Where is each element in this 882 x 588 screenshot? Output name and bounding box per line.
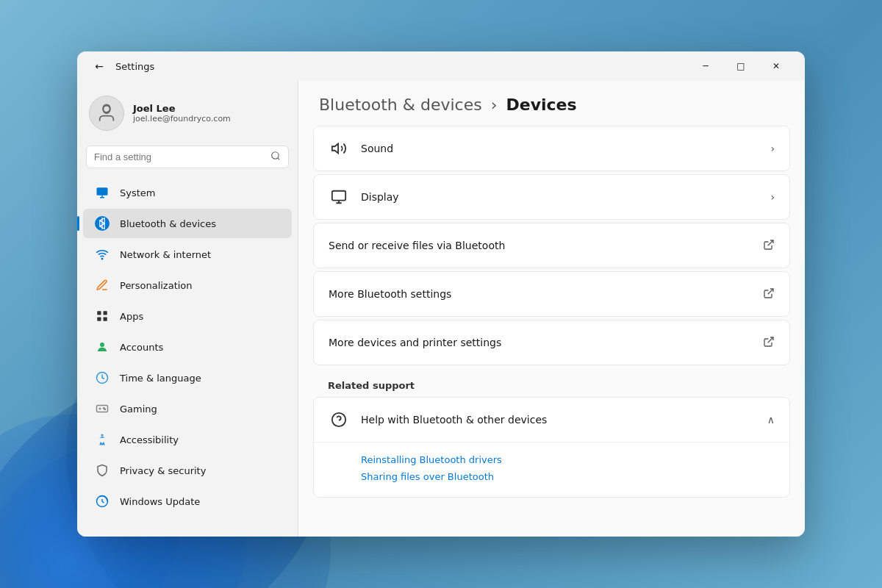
breadcrumb-separator: › bbox=[491, 96, 498, 114]
svg-point-8 bbox=[101, 258, 103, 259]
bluetooth-settings-card: More Bluetooth settings bbox=[313, 271, 790, 317]
svg-rect-12 bbox=[104, 318, 107, 321]
search-box[interactable] bbox=[86, 146, 289, 168]
svg-rect-21 bbox=[332, 191, 345, 201]
svg-rect-10 bbox=[104, 311, 107, 315]
related-support-label: Related support bbox=[313, 368, 790, 397]
sharing-link[interactable]: Sharing files over Bluetooth bbox=[361, 468, 775, 485]
close-button[interactable]: ✕ bbox=[759, 54, 793, 78]
accounts-icon bbox=[95, 340, 110, 354]
sidebar-item-label-network: Network & internet bbox=[120, 249, 211, 260]
sidebar-item-gaming[interactable]: Gaming bbox=[83, 394, 292, 423]
svg-rect-9 bbox=[97, 311, 101, 315]
support-title: Help with Bluetooth & other devices bbox=[361, 414, 767, 426]
titlebar: ← Settings ─ □ ✕ bbox=[77, 51, 805, 81]
sound-row[interactable]: Sound › bbox=[314, 126, 789, 171]
display-icon bbox=[329, 187, 349, 207]
help-icon bbox=[329, 409, 349, 430]
support-header[interactable]: Help with Bluetooth & other devices ∧ bbox=[314, 398, 789, 442]
personalization-icon bbox=[95, 278, 110, 293]
sidebar-item-label-privacy: Privacy & security bbox=[120, 465, 206, 476]
sound-icon bbox=[329, 138, 349, 159]
main-panel: Bluetooth & devices › Devices Sound › bbox=[298, 81, 805, 537]
devices-settings-row[interactable]: More devices and printer settings bbox=[314, 320, 789, 365]
page-header: Bluetooth & devices › Devices bbox=[298, 81, 805, 126]
bluetooth-files-external-icon bbox=[763, 239, 775, 253]
svg-rect-15 bbox=[97, 406, 108, 412]
maximize-button[interactable]: □ bbox=[724, 54, 758, 78]
reinstall-link[interactable]: Reinstalling Bluetooth drivers bbox=[361, 451, 775, 468]
system-icon bbox=[95, 185, 110, 200]
network-icon bbox=[95, 247, 110, 262]
breadcrumb-parent[interactable]: Bluetooth & devices bbox=[319, 96, 482, 114]
sidebar-item-network[interactable]: Network & internet bbox=[83, 240, 292, 269]
apps-icon bbox=[95, 309, 110, 323]
user-name: Joel Lee bbox=[133, 103, 231, 114]
window-controls: ─ □ ✕ bbox=[689, 54, 793, 78]
bluetooth-settings-label: More Bluetooth settings bbox=[329, 288, 763, 300]
svg-rect-7 bbox=[97, 187, 108, 196]
sound-label: Sound bbox=[361, 143, 770, 154]
svg-rect-11 bbox=[97, 318, 101, 321]
bluetooth-settings-row[interactable]: More Bluetooth settings bbox=[314, 272, 789, 316]
display-label: Display bbox=[361, 191, 770, 203]
sidebar-item-label-personalization: Personalization bbox=[120, 280, 193, 291]
time-icon bbox=[95, 370, 110, 385]
sidebar-item-label-update: Windows Update bbox=[120, 496, 200, 507]
bluetooth-files-card: Send or receive files via Bluetooth bbox=[313, 223, 790, 268]
svg-line-24 bbox=[768, 240, 773, 245]
sidebar-item-label-gaming: Gaming bbox=[120, 404, 157, 415]
sidebar-item-label-system: System bbox=[120, 187, 155, 198]
sound-card: Sound › bbox=[313, 126, 790, 171]
sidebar-item-apps[interactable]: Apps bbox=[83, 301, 292, 331]
sound-arrow: › bbox=[770, 143, 775, 154]
page-title: Devices bbox=[506, 96, 576, 114]
bluetooth-files-row[interactable]: Send or receive files via Bluetooth bbox=[314, 223, 789, 268]
sidebar-item-label-accounts: Accounts bbox=[120, 342, 163, 353]
svg-line-26 bbox=[768, 337, 773, 343]
display-arrow: › bbox=[770, 191, 775, 203]
sidebar-item-label-time: Time & language bbox=[120, 373, 201, 384]
sidebar-item-accessibility[interactable]: Accessibility bbox=[83, 425, 292, 454]
user-email: joel.lee@foundryco.com bbox=[133, 114, 231, 123]
devices-settings-external-icon bbox=[763, 336, 775, 350]
sidebar-item-label-bluetooth: Bluetooth & devices bbox=[120, 218, 216, 229]
bluetooth-files-label: Send or receive files via Bluetooth bbox=[329, 240, 763, 251]
svg-point-18 bbox=[101, 434, 104, 437]
sidebar-item-time[interactable]: Time & language bbox=[83, 363, 292, 392]
search-icon bbox=[270, 151, 281, 163]
user-section: Joel Lee joel.lee@foundryco.com bbox=[77, 87, 298, 146]
search-input[interactable] bbox=[94, 151, 265, 162]
sidebar-item-privacy[interactable]: Privacy & security bbox=[83, 456, 292, 485]
settings-window: ← Settings ─ □ ✕ Joel Lee joe bbox=[77, 51, 805, 537]
svg-line-25 bbox=[768, 289, 773, 294]
svg-marker-20 bbox=[332, 144, 338, 154]
support-chevron-icon: ∧ bbox=[767, 414, 775, 426]
sidebar-item-label-accessibility: Accessibility bbox=[120, 434, 179, 445]
bluetooth-icon bbox=[95, 216, 110, 231]
main-content: Joel Lee joel.lee@foundryco.com System bbox=[77, 81, 805, 537]
svg-point-6 bbox=[272, 152, 279, 159]
window-title: Settings bbox=[115, 61, 689, 72]
display-row[interactable]: Display › bbox=[314, 175, 789, 219]
sidebar-item-system[interactable]: System bbox=[83, 178, 292, 207]
support-links: Reinstalling Bluetooth drivers Sharing f… bbox=[314, 442, 789, 497]
devices-settings-label: More devices and printer settings bbox=[329, 337, 763, 348]
sidebar: Joel Lee joel.lee@foundryco.com System bbox=[77, 81, 298, 537]
svg-point-13 bbox=[100, 343, 104, 347]
svg-point-17 bbox=[104, 409, 106, 410]
sidebar-item-update[interactable]: Windows Update bbox=[83, 487, 292, 516]
gaming-icon bbox=[95, 401, 110, 416]
avatar bbox=[89, 96, 124, 131]
sidebar-item-accounts[interactable]: Accounts bbox=[83, 332, 292, 362]
sidebar-item-personalization[interactable]: Personalization bbox=[83, 270, 292, 300]
update-icon bbox=[95, 494, 110, 509]
panel-content: Sound › Display › bbox=[298, 126, 805, 512]
sidebar-item-bluetooth[interactable]: Bluetooth & devices bbox=[83, 209, 292, 238]
back-button[interactable]: ← bbox=[89, 56, 110, 76]
minimize-button[interactable]: ─ bbox=[689, 54, 723, 78]
devices-settings-card: More devices and printer settings bbox=[313, 320, 790, 365]
accessibility-icon bbox=[95, 432, 110, 447]
privacy-icon bbox=[95, 463, 110, 478]
display-card: Display › bbox=[313, 174, 790, 220]
